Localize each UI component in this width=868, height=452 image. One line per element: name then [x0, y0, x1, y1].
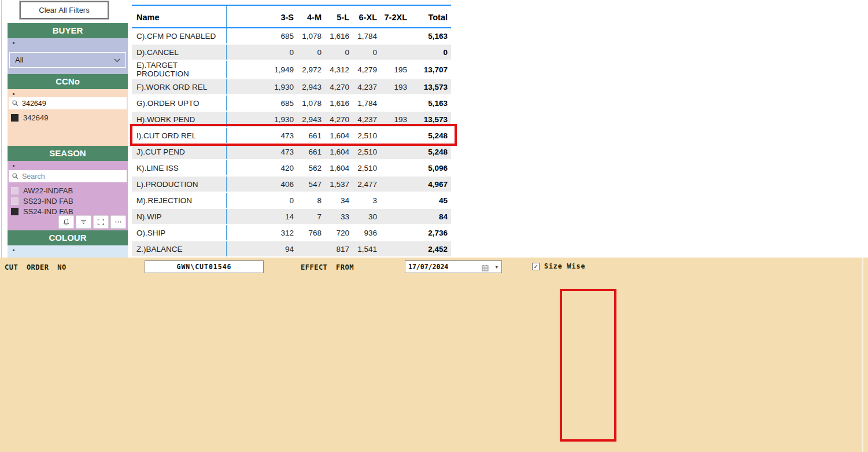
- matrix-cell[interactable]: 1,616: [325, 95, 353, 111]
- cut-order-no-input[interactable]: GWN\CUT01546: [145, 260, 264, 273]
- matrix-row-name[interactable]: Z.)BALANCE: [132, 241, 227, 257]
- matrix-cell[interactable]: 14: [270, 208, 297, 225]
- matrix-cell[interactable]: 4,270: [325, 79, 353, 95]
- matrix-cell[interactable]: 2,943: [297, 79, 325, 95]
- matrix-row-name[interactable]: D).CANCEL: [132, 44, 227, 60]
- matrix-cell[interactable]: 4,279: [353, 60, 381, 79]
- bell-icon[interactable]: [58, 215, 74, 229]
- matrix-cell[interactable]: [381, 225, 411, 241]
- matrix-cell[interactable]: 547: [297, 176, 325, 192]
- matrix-cell[interactable]: 312: [270, 225, 297, 241]
- matrix-cell[interactable]: 2,736: [411, 225, 451, 241]
- matrix-cell[interactable]: 45: [411, 192, 451, 208]
- matrix-cell[interactable]: 5,096: [411, 160, 451, 176]
- matrix-cell[interactable]: 1,541: [353, 241, 381, 257]
- matrix-cell[interactable]: 1,604: [325, 144, 353, 160]
- more-options-icon[interactable]: [110, 215, 126, 229]
- matrix-cell[interactable]: [381, 176, 411, 192]
- effect-from-datepicker[interactable]: 17/07/2024 ▼: [405, 260, 502, 273]
- matrix-cell[interactable]: 33: [325, 208, 353, 225]
- matrix-cell[interactable]: 84: [411, 208, 451, 225]
- matrix-cell[interactable]: 13,573: [411, 79, 451, 95]
- matrix-cell[interactable]: [381, 241, 411, 257]
- matrix-cell[interactable]: 1,930: [270, 79, 297, 95]
- matrix-row-name[interactable]: K).LINE ISS: [132, 160, 227, 176]
- matrix-cell[interactable]: 0: [297, 44, 325, 60]
- matrix-cell[interactable]: 1,784: [353, 95, 381, 111]
- matrix-row-name[interactable]: J).CUT PEND: [132, 144, 227, 160]
- season-item[interactable]: AW22-INDFAB: [11, 185, 73, 196]
- ccno-search-input[interactable]: 342649: [9, 97, 127, 109]
- checked-checkbox-icon[interactable]: [11, 208, 19, 215]
- matrix-cell[interactable]: 4,312: [325, 60, 353, 79]
- matrix-cell[interactable]: 2,972: [297, 60, 325, 79]
- matrix-cell[interactable]: 406: [270, 176, 297, 192]
- buyer-dropdown[interactable]: All: [9, 52, 126, 68]
- matrix-cell[interactable]: [297, 241, 325, 257]
- matrix-row-name[interactable]: E).TARGET PRODUCTION: [132, 60, 227, 79]
- matrix-cell[interactable]: 0: [353, 44, 381, 60]
- filter-icon[interactable]: [76, 215, 91, 229]
- matrix-cell[interactable]: 562: [297, 160, 325, 176]
- matrix-cell[interactable]: 5,163: [411, 28, 451, 44]
- matrix-cell[interactable]: 34: [325, 192, 353, 208]
- matrix-cell[interactable]: 1,078: [297, 28, 325, 44]
- matrix-cell[interactable]: 193: [381, 79, 411, 95]
- matrix-cell[interactable]: 3: [353, 192, 381, 208]
- matrix-cell[interactable]: 768: [297, 225, 325, 241]
- matrix-cell[interactable]: 7: [297, 208, 325, 225]
- matrix-cell[interactable]: 8: [297, 192, 325, 208]
- ccno-item[interactable]: 342649: [11, 112, 48, 123]
- matrix-cell[interactable]: 13,707: [411, 60, 451, 79]
- matrix-cell[interactable]: 661: [297, 144, 325, 160]
- matrix-row-name[interactable]: N).WIP: [132, 208, 227, 225]
- unchecked-checkbox-icon[interactable]: [11, 197, 19, 205]
- matrix-cell[interactable]: 685: [270, 28, 297, 44]
- matrix-cell[interactable]: 0: [270, 192, 297, 208]
- matrix-cell[interactable]: [381, 144, 411, 160]
- focus-mode-icon[interactable]: [93, 215, 109, 229]
- matrix-cell[interactable]: [381, 208, 411, 225]
- matrix-cell[interactable]: 4,237: [353, 79, 381, 95]
- matrix-row-name[interactable]: M).REJECTION: [132, 192, 227, 208]
- clear-all-filters-button[interactable]: Clear All Filters: [20, 1, 109, 19]
- size-wise-checkbox[interactable]: ✓ Size Wise: [532, 262, 585, 270]
- matrix-cell[interactable]: 420: [270, 160, 297, 176]
- season-item[interactable]: SS23-IND FAB: [11, 196, 73, 206]
- matrix-cell[interactable]: 2,510: [353, 160, 381, 176]
- matrix-cell[interactable]: 30: [353, 208, 381, 225]
- matrix-row-name[interactable]: G).ORDER UPTO: [132, 95, 227, 111]
- matrix-cell[interactable]: 195: [381, 60, 411, 79]
- matrix-row-name[interactable]: F).WORK ORD REL: [132, 79, 227, 95]
- matrix-row-name[interactable]: C).CFM PO ENABLED: [132, 28, 227, 44]
- matrix-cell[interactable]: 1,078: [297, 95, 325, 111]
- matrix-cell[interactable]: [381, 95, 411, 111]
- season-search-input[interactable]: Search: [9, 170, 127, 182]
- matrix-cell[interactable]: 5,248: [411, 144, 451, 160]
- matrix-row-name[interactable]: O).SHIP: [132, 225, 227, 241]
- matrix-cell[interactable]: 817: [325, 241, 353, 257]
- matrix-row-name[interactable]: L).PRODUCTION: [132, 176, 227, 192]
- matrix-cell[interactable]: 473: [270, 144, 297, 160]
- matrix-cell[interactable]: 0: [411, 44, 451, 60]
- matrix-cell[interactable]: 5,163: [411, 95, 451, 111]
- matrix-cell[interactable]: [381, 192, 411, 208]
- matrix-cell[interactable]: [381, 160, 411, 176]
- calendar-icon[interactable]: [482, 263, 489, 275]
- matrix-cell[interactable]: 1,784: [353, 28, 381, 44]
- matrix-cell[interactable]: 2,510: [353, 144, 381, 160]
- matrix-cell[interactable]: [381, 28, 411, 44]
- matrix-cell[interactable]: 2,477: [353, 176, 381, 192]
- matrix-cell[interactable]: 4,967: [411, 176, 451, 192]
- matrix-cell[interactable]: 94: [270, 241, 297, 257]
- matrix-cell[interactable]: 1,537: [325, 176, 353, 192]
- matrix-cell[interactable]: 1,949: [270, 60, 297, 79]
- matrix-cell[interactable]: 936: [353, 225, 381, 241]
- matrix-cell[interactable]: 720: [325, 225, 353, 241]
- dropdown-arrow-icon[interactable]: ▼: [496, 262, 498, 273]
- matrix-cell[interactable]: 0: [325, 44, 353, 60]
- matrix-cell[interactable]: 1,604: [325, 160, 353, 176]
- unchecked-checkbox-icon[interactable]: [11, 187, 19, 194]
- matrix-cell[interactable]: 0: [270, 44, 297, 60]
- checked-checkbox-icon[interactable]: [11, 114, 19, 122]
